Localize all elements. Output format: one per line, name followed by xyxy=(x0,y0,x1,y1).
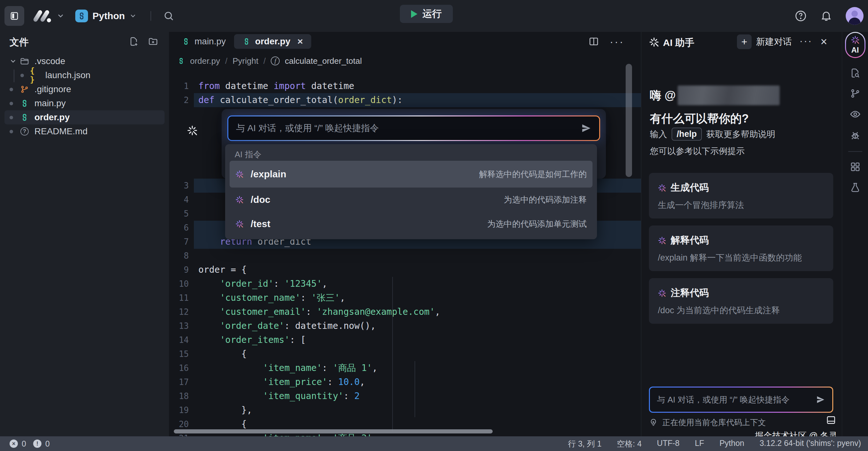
errors-icon[interactable]: × xyxy=(9,440,18,448)
ai-sparkle-icon xyxy=(658,236,666,245)
rail-eye-icon[interactable] xyxy=(849,109,861,120)
ai-panel-more-icon[interactable]: ··· xyxy=(800,35,812,47)
breadcrumb[interactable]: order.py/Pyright/fcalculate_order_total xyxy=(169,51,641,71)
rail-grid-icon[interactable] xyxy=(850,161,861,172)
line-number: 13 xyxy=(169,321,194,331)
code-line-17[interactable]: 17 'item_price': 10.0, xyxy=(169,375,641,389)
example-card-解释代码[interactable]: 解释代码/explain 解释一下当前选中函数的功能 xyxy=(649,226,833,271)
breadcrumb-item[interactable]: Pyright xyxy=(232,56,258,66)
indent-guide xyxy=(414,361,415,417)
code-line-2[interactable]: 2def calculate_order_total(order_dict): xyxy=(169,93,641,107)
marscode-logo[interactable] xyxy=(34,9,51,23)
chevron-down-icon[interactable] xyxy=(9,58,19,65)
indent-guide xyxy=(392,277,393,431)
status-item[interactable]: 行 3, 列 1 xyxy=(568,439,602,449)
vertical-scrollbar[interactable] xyxy=(626,64,632,177)
file-tree-item-.vscode[interactable]: .vscode xyxy=(0,54,169,68)
code-line-1[interactable]: 1from datetime import datetime xyxy=(169,79,641,93)
status-item[interactable]: 3.12.2 64-bit ('shims': pyenv) xyxy=(760,439,861,449)
new-file-icon[interactable] xyxy=(129,36,139,47)
file-tree-item-main.py[interactable]: main.py xyxy=(0,96,169,110)
search-icon[interactable] xyxy=(163,10,174,21)
ai-panel-header: AI 助手 + 新建对话 ··· × xyxy=(641,32,842,54)
code-line-10[interactable]: 10 'order_id': '12345', xyxy=(169,277,641,291)
editor-more-menu-icon[interactable]: ··· xyxy=(610,35,624,48)
code-line-14[interactable]: 14 'order_items': [ xyxy=(169,333,641,347)
rail-ai-assistant-button[interactable]: AI xyxy=(845,32,865,58)
help-command-keycap[interactable]: /help xyxy=(672,128,702,141)
bottom-panel-toggle-icon[interactable] xyxy=(826,415,836,425)
ai-sparkle-icon xyxy=(658,289,666,297)
ai-command-doc[interactable]: /doc为选中的代码添加注释 xyxy=(229,187,592,212)
ai-panel-close-icon[interactable]: × xyxy=(820,35,827,49)
help-icon[interactable] xyxy=(795,10,807,22)
chevron-down-icon[interactable] xyxy=(57,12,64,20)
warnings-icon[interactable]: ! xyxy=(33,440,41,448)
code-line-18[interactable]: 18 'item_quantity': 2 xyxy=(169,389,641,403)
notification-bell-icon[interactable] xyxy=(820,10,832,22)
status-item[interactable]: Python xyxy=(719,439,744,449)
ai-chat-input[interactable]: 与 AI 对话，或使用 “/” 唤起快捷指令 xyxy=(650,388,832,412)
project-template-selector[interactable]: Python xyxy=(75,9,136,22)
py-file-icon xyxy=(19,113,30,122)
line-number: 5 xyxy=(169,209,194,218)
tab-label: main.py xyxy=(194,36,226,47)
code-line-9[interactable]: 9order = { xyxy=(169,263,641,277)
command-description: 解释选中的代码是如何工作的 xyxy=(479,169,587,180)
file-tree-item-launch.json[interactable]: { }launch.json xyxy=(0,68,169,82)
rail-bug-icon[interactable] xyxy=(849,129,861,141)
line-number: 19 xyxy=(169,405,194,415)
horizontal-scrollbar[interactable] xyxy=(174,429,493,433)
divider xyxy=(151,11,151,21)
top-bar: Python 运行 xyxy=(0,0,868,32)
py-file-icon xyxy=(19,99,30,108)
status-item[interactable]: UTF-8 xyxy=(657,439,680,449)
rail-file-search-icon[interactable] xyxy=(850,68,861,79)
code-line-16[interactable]: 16 'item_name': '商品 1', xyxy=(169,361,641,375)
new-chat-button[interactable]: + 新建对话 xyxy=(737,34,792,49)
status-item[interactable]: LF xyxy=(695,439,704,449)
ai-command-test[interactable]: /test为选中的代码添加单元测试 xyxy=(229,212,592,236)
card-title: 解释代码 xyxy=(671,234,709,247)
python-logo-icon xyxy=(75,9,88,22)
status-item[interactable]: 空格: 4 xyxy=(617,439,642,449)
py-file-icon xyxy=(177,57,185,65)
sidebar-toggle-button[interactable] xyxy=(4,6,24,26)
split-editor-icon[interactable] xyxy=(589,36,599,47)
run-button[interactable]: 运行 xyxy=(400,5,453,23)
file-tree-item-.gitignore[interactable]: .gitignore xyxy=(0,82,169,96)
send-icon[interactable] xyxy=(816,395,825,404)
send-icon[interactable] xyxy=(581,123,592,133)
inline-ai-sparkle-icon xyxy=(187,125,198,136)
example-card-生成代码[interactable]: 生成代码生成一个冒泡排序算法 xyxy=(649,173,833,218)
breadcrumb-item[interactable]: calculate_order_total xyxy=(285,56,362,66)
inline-ai-input[interactable]: 与 AI 对话，或使用 “/” 唤起快捷指令 xyxy=(228,116,599,140)
ai-sparkle-icon xyxy=(235,170,244,178)
tree-indent-guide xyxy=(14,69,14,82)
code-line-11[interactable]: 11 'customer_name': '张三', xyxy=(169,291,641,305)
new-folder-icon[interactable] xyxy=(148,36,158,47)
file-tree-item-order.py[interactable]: order.py xyxy=(4,110,164,124)
user-avatar[interactable] xyxy=(846,7,864,25)
card-description: /doc 为当前选中的代码生成注释 xyxy=(658,305,824,316)
function-symbol-icon: f xyxy=(271,56,280,65)
code-line-15[interactable]: 15 { xyxy=(169,347,641,361)
tab-main.py[interactable]: main.py xyxy=(174,34,234,49)
tab-close-icon[interactable]: × xyxy=(298,36,303,47)
ai-sparkle-icon xyxy=(658,184,666,192)
greeting-line: 嗨 @ xyxy=(650,86,780,105)
code-line-13[interactable]: 13 'order_date': datetime.now(), xyxy=(169,319,641,333)
file-explorer-sidebar: 文件 .vscode{ }launch.json.gitignoremain.p… xyxy=(0,32,169,436)
rail-git-branch-icon[interactable] xyxy=(850,88,861,99)
file-tree-item-README.md[interactable]: ?README.md xyxy=(0,124,169,139)
tab-order.py[interactable]: order.py× xyxy=(234,34,311,49)
rail-flask-icon[interactable] xyxy=(850,182,861,193)
breadcrumb-item[interactable]: order.py xyxy=(190,56,220,66)
code-line-12[interactable]: 12 'customer_email': 'zhangsan@example.c… xyxy=(169,305,641,319)
file-name-label: main.py xyxy=(34,98,66,109)
example-card-注释代码[interactable]: 注释代码/doc 为当前选中的代码生成注释 xyxy=(649,278,833,324)
code-line-8[interactable]: 8 xyxy=(169,249,641,263)
code-line-19[interactable]: 19 }, xyxy=(169,403,641,417)
line-number: 21 xyxy=(169,433,194,436)
ai-command-explain[interactable]: /explain解释选中的代码是如何工作的 xyxy=(229,161,592,187)
